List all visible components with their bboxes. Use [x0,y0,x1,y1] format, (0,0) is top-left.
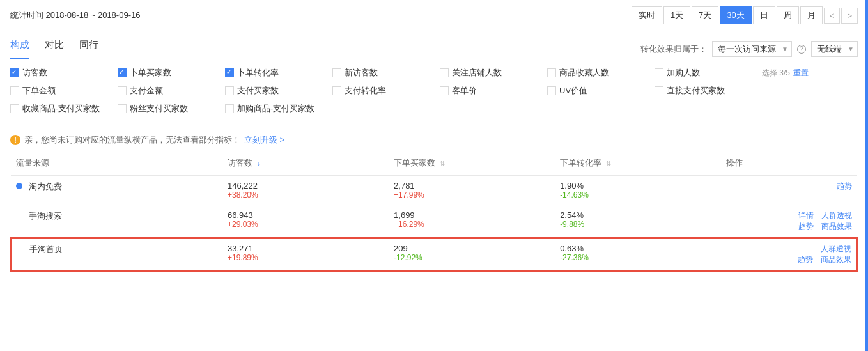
checkbox-pay-rate[interactable] [332,86,341,95]
checkbox-conversion-rate[interactable] [225,68,234,77]
label-pay-amount: 支付金额 [130,85,163,97]
checkbox-pay-amount[interactable] [118,86,127,95]
action-cell-taonei: 趋势 [721,176,857,205]
buyers-cell-homepage: 209 -12.92% [389,238,555,271]
trend-link-homepage[interactable]: 趋势 [798,255,813,264]
metric-new-visitors: 新访客数 [332,67,435,79]
label-fav-pay: 收藏商品-支付买家数 [22,103,100,114]
conversion-num-homepage: 0.63% [560,244,716,253]
nav-tabs: 构成 对比 同行 转化效果归属于： 每一次访问来源 ▼ ? 无线端 ▼ [0,31,868,59]
col-header-conversion[interactable]: 下单转化率 ⇅ [555,151,721,176]
checkbox-new-visitors[interactable] [332,68,341,77]
device-select-wrapper[interactable]: 无线端 ▼ [811,41,858,57]
sort-icon-conversion: ⇅ [606,160,611,167]
conversion-cell-homepage: 0.63% -27.36% [555,238,721,271]
time-btn-1day[interactable]: 1天 [663,6,690,24]
table-header-row: 流量来源 访客数 ↓ 下单买家数 ⇅ 下单转化率 ⇅ 操作 [11,151,857,176]
tab-compare[interactable]: 对比 [45,39,64,59]
device-select[interactable]: 无线端 [811,41,858,57]
detail-link-search[interactable]: 详情 [798,211,814,220]
checkbox-order-amount[interactable] [10,86,19,95]
attribution-label: 转化效果归属于： [640,43,707,55]
conversion-cell-search: 2.54% -9.88% [555,205,721,238]
col-header-visitors[interactable]: 访客数 ↓ [222,151,389,176]
attribution-select-wrapper[interactable]: 每一次访问来源 ▼ [712,41,792,57]
conversion-num-search: 2.54% [560,210,716,220]
attribution-select[interactable]: 每一次访问来源 [712,41,792,57]
checkbox-buyers[interactable] [118,68,127,77]
table-row: 淘内免费 146,222 +38.20% 2,781 +17.99% 1.90%… [11,176,857,205]
prev-button[interactable]: < [824,8,841,24]
action-cell-homepage: 人群透视 趋势 商品效果 [721,238,857,271]
metric-order-amount: 下单金额 [10,85,112,97]
label-direct-pay: 直接支付买家数 [667,85,725,97]
metric-direct-pay: 直接支付买家数 [655,85,757,97]
time-btn-realtime[interactable]: 实时 [632,6,662,24]
conversion-change-homepage: -27.36% [560,253,716,262]
buyers-cell-taonei: 2,781 +17.99% [389,176,555,205]
info-icon[interactable]: ? [797,45,806,54]
label-cart-pay: 加购商品-支付买家数 [237,103,314,114]
metric-cart-pay: 加购商品-支付买家数 [225,103,327,114]
time-btn-30day[interactable]: 30天 [720,6,751,24]
label-followers: 关注店铺人数 [452,67,502,79]
goods-link-homepage[interactable]: 商品效果 [821,255,851,264]
label-order-amount: 下单金额 [22,85,56,97]
visitors-change-taonei: +38.20% [228,191,384,199]
label-conversion-rate: 卜单转化率 [237,67,279,79]
checkbox-favorites[interactable] [547,68,556,77]
top-bar: 统计时间 2018-08-18 ~ 2018-09-16 实时 1天 7天 30… [0,0,868,31]
conversion-num-taonei: 1.90% [560,181,716,191]
time-btn-week[interactable]: 周 [777,6,799,24]
checkbox-cart[interactable] [655,68,663,77]
visitors-num-homepage: 33,271 [228,244,384,253]
source-name-search: 手淘搜索 [29,211,62,221]
notice-bar: ! 亲，您尚未订购对应的流量纵横产品，无法查看部分指标！ 立刻升级 > [0,129,868,151]
action-cell-search: 详情 人群透视 趋势 商品效果 [721,205,857,238]
checkbox-direct-pay[interactable] [655,86,663,95]
buyers-change-search: +16.29% [394,220,550,229]
crowd-link-homepage[interactable]: 人群透视 [821,244,851,253]
source-name-taonei: 淘内免费 [29,182,62,191]
time-btn-7day[interactable]: 7天 [692,6,718,24]
col-header-buyers[interactable]: 下单买家数 ⇅ [389,151,555,176]
time-btn-month[interactable]: 月 [800,6,823,24]
source-cell-homepage: 手淘首页 [11,238,222,271]
buyers-num-taonei: 2,781 [394,181,550,191]
metric-pay-buyers: 支付买家数 [225,85,327,97]
tab-peers[interactable]: 同行 [79,39,98,59]
checkbox-pay-buyers[interactable] [225,86,234,95]
tab-composition[interactable]: 构成 [10,39,29,59]
checkbox-visitors[interactable] [10,68,19,77]
attribution-control: 转化效果归属于： 每一次访问来源 ▼ ? 无线端 ▼ [640,41,858,57]
buyers-num-search: 1,699 [394,210,550,220]
metric-cart: 加购人数 [655,67,757,79]
reset-link[interactable]: 重置 [793,68,809,79]
checkbox-avg-order[interactable] [440,86,449,95]
right-border [865,0,868,272]
checkbox-cart-pay[interactable] [225,104,234,113]
metric-conversion-rate: 卜单转化率 [225,67,327,79]
label-fan-pay: 粉丝支付买家数 [130,103,188,114]
notice-text: 亲，您尚未订购对应的流量纵横产品，无法查看部分指标！ [24,134,240,146]
next-button[interactable]: > [841,8,858,24]
col-header-action: 操作 [721,151,857,176]
data-table: 流量来源 访客数 ↓ 下单买家数 ⇅ 下单转化率 ⇅ 操作 [10,151,858,272]
upgrade-link[interactable]: 立刻升级 > [244,134,284,146]
blue-dot-icon [16,183,22,189]
metric-fav-pay: 收藏商品-支付买家数 [10,103,112,114]
trend-link-search[interactable]: 趋势 [798,222,814,231]
checkbox-fav-pay[interactable] [10,104,19,113]
checkbox-followers[interactable] [440,68,449,77]
checkbox-uv-value[interactable] [547,86,556,95]
metrics-row-2: 下单金额 支付金额 支付买家数 支付转化率 客单价 UV价值 直接支付买家数 [10,85,858,99]
checkbox-fan-pay[interactable] [118,104,127,113]
time-btn-day[interactable]: 日 [753,6,775,24]
goods-link-search[interactable]: 商品效果 [821,222,852,231]
label-avg-order: 客单价 [452,85,477,97]
visitors-cell-search: 66,943 +29.03% [222,205,389,238]
crowd-link-search[interactable]: 人群透视 [821,211,852,220]
table-area: 流量来源 访客数 ↓ 下单买家数 ⇅ 下单转化率 ⇅ 操作 [0,151,868,272]
trend-link-taonei[interactable]: 趋势 [837,182,852,191]
metric-buyers: 卜单买家数 [118,67,220,79]
